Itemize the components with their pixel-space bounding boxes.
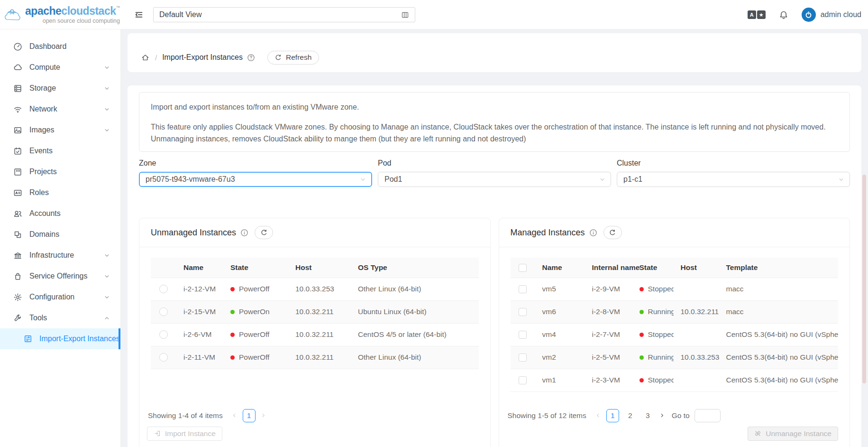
sidebar-item-storage[interactable]: Storage <box>0 78 120 99</box>
chevron-down-icon <box>104 252 110 259</box>
question-circle-icon[interactable] <box>247 54 255 62</box>
sidebar: DashboardComputeStorageNetworkImagesEven… <box>0 29 121 447</box>
cell-host: 10.0.33.253 <box>674 346 719 369</box>
page-next[interactable] <box>657 409 668 422</box>
sidebar-item-compute[interactable]: Compute <box>0 57 120 78</box>
panel-header: Unmanaged Instances <box>139 218 490 247</box>
cell-name: vm6 <box>535 300 585 323</box>
import-export-card: Import and export instances to/from an e… <box>128 85 861 447</box>
cell-name: i-2-15-VM <box>176 300 223 323</box>
page-prev[interactable] <box>229 409 240 422</box>
cell-internal: i-2-3-VM <box>585 369 632 391</box>
user-avatar[interactable] <box>802 8 816 22</box>
sidebar-item-infrastructure[interactable]: Infrastructure <box>0 245 120 266</box>
state-dot <box>640 310 644 314</box>
chevron-down-icon <box>838 177 844 183</box>
sidebar-item-dashboard[interactable]: Dashboard <box>0 36 120 57</box>
sidebar-item-import-export-instances[interactable]: Import-Export Instances <box>0 328 120 349</box>
table-row[interactable]: i-2-6-VMPowerOff10.0.32.211CentOS 4/5 or… <box>151 323 479 346</box>
column-header-template: Template <box>719 258 839 278</box>
radio-button[interactable] <box>159 285 168 293</box>
select-all-checkbox[interactable] <box>519 264 527 272</box>
checkbox[interactable] <box>519 331 527 339</box>
reload-icon <box>275 54 282 61</box>
table-row[interactable]: i-2-12-VMPowerOff10.0.33.253Other Linux … <box>151 278 479 300</box>
view-selector-value: Default View <box>159 10 202 19</box>
pod-select[interactable]: Pod1 <box>378 172 611 187</box>
checkbox[interactable] <box>519 285 527 293</box>
panel-footer: Unmanage Instance <box>507 427 842 441</box>
translate-icon[interactable]: A ★ <box>748 10 766 19</box>
sidebar-item-network[interactable]: Network <box>0 99 120 120</box>
user-name[interactable]: admin cloud <box>821 10 861 19</box>
calendar-icon <box>13 147 22 156</box>
page-number-2[interactable]: 2 <box>624 409 637 422</box>
checkbox[interactable] <box>519 376 527 384</box>
radio-button[interactable] <box>159 307 168 316</box>
table-row[interactable]: vm6i-2-8-VMRunning10.0.32.211macc <box>511 300 839 323</box>
panel-body: NameStateHostOS Typei-2-12-VMPowerOff10.… <box>139 247 490 441</box>
cell-name: i-2-11-VM <box>176 346 223 369</box>
cell-template: CentOS 5.3(64-bit) no GUI (vSphere) <box>719 369 839 391</box>
sidebar-item-roles[interactable]: Roles <box>0 182 120 203</box>
panel-refresh-button[interactable] <box>255 226 273 239</box>
table-row[interactable]: vm4i-2-7-VMStoppedCentOS 5.3(64-bit) no … <box>511 323 839 346</box>
state-dot <box>640 287 644 291</box>
gear-icon <box>13 293 22 302</box>
cloud-monkey-logo-icon <box>4 4 22 25</box>
brand-tagline: open source cloud computing <box>25 18 120 24</box>
sidebar-item-service-offerings[interactable]: Service Offerings <box>0 266 120 287</box>
page-number-3[interactable]: 3 <box>641 409 654 422</box>
chevron-down-icon <box>104 294 110 300</box>
radio-button[interactable] <box>159 353 168 362</box>
cell-template: CentOS 5.3(64-bit) no GUI (vSphere) <box>719 323 839 346</box>
team-icon <box>13 209 22 218</box>
page-next[interactable] <box>258 409 269 422</box>
info-circle-icon[interactable] <box>240 229 248 237</box>
page-number-1[interactable]: 1 <box>606 409 619 422</box>
sidebar-item-tools[interactable]: Tools <box>0 307 120 328</box>
sidebar-menu: DashboardComputeStorageNetworkImagesEven… <box>0 36 120 349</box>
table-row[interactable]: vm5i-2-9-VMStoppedmacc <box>511 278 839 300</box>
apachecloudstack-logo[interactable]: apachecloudstack™ open source cloud comp… <box>4 3 120 27</box>
cell-name: vm2 <box>535 346 585 369</box>
page-prev[interactable] <box>593 409 604 422</box>
menu-fold-icon[interactable] <box>134 10 144 19</box>
import-instance-button[interactable]: Import Instance <box>147 427 222 441</box>
sidebar-item-events[interactable]: Events <box>0 140 120 161</box>
table-row[interactable]: i-2-11-VMPowerOff10.0.32.211Other Linux … <box>151 346 479 369</box>
cluster-select[interactable]: p1-c1 <box>617 172 850 187</box>
checkbox[interactable] <box>519 308 527 316</box>
translate-a-box: A <box>748 10 756 19</box>
checkbox[interactable] <box>519 354 527 362</box>
refresh-button[interactable]: Refresh <box>267 51 319 65</box>
reload-icon <box>609 229 616 236</box>
table-row[interactable]: vm2i-2-5-VMRunning10.0.33.253CentOS 5.3(… <box>511 346 839 369</box>
cluster-label: Cluster <box>617 159 850 168</box>
sidebar-item-accounts[interactable]: Accounts <box>0 203 120 224</box>
notification-bell-icon[interactable] <box>779 10 788 20</box>
sidebar-item-projects[interactable]: Projects <box>0 161 120 182</box>
scrollbar-thumb[interactable] <box>862 175 866 383</box>
radio-button[interactable] <box>159 330 168 339</box>
view-selector[interactable]: Default View <box>153 7 415 22</box>
home-icon[interactable] <box>141 53 150 62</box>
sidebar-item-images[interactable]: Images <box>0 120 120 140</box>
chevron-right-icon <box>659 413 665 418</box>
pod-label: Pod <box>378 159 611 168</box>
chevron-down-icon <box>599 177 605 183</box>
sidebar-item-configuration[interactable]: Configuration <box>0 287 120 307</box>
table-row[interactable]: i-2-15-VMPowerOn10.0.32.211Ubuntu Linux … <box>151 300 479 323</box>
sidebar-item-domains[interactable]: Domains <box>0 224 120 245</box>
picture-icon <box>13 126 22 135</box>
table-row[interactable]: vm1i-2-3-VMStoppedCentOS 5.3(64-bit) no … <box>511 369 839 391</box>
info-circle-icon[interactable] <box>589 229 597 237</box>
goto-input[interactable] <box>694 409 721 422</box>
zone-select[interactable]: pr5075-t943-vmware-67u3 <box>139 172 372 187</box>
panel-refresh-button[interactable] <box>603 226 622 239</box>
page-number-1[interactable]: 1 <box>243 409 256 422</box>
unmanage-instance-button[interactable]: Unmanage Instance <box>748 427 838 441</box>
cell-host: 10.0.33.253 <box>288 278 351 300</box>
cell-state: Running <box>632 300 674 323</box>
sidebar-item-label: Dashboard <box>29 42 110 51</box>
